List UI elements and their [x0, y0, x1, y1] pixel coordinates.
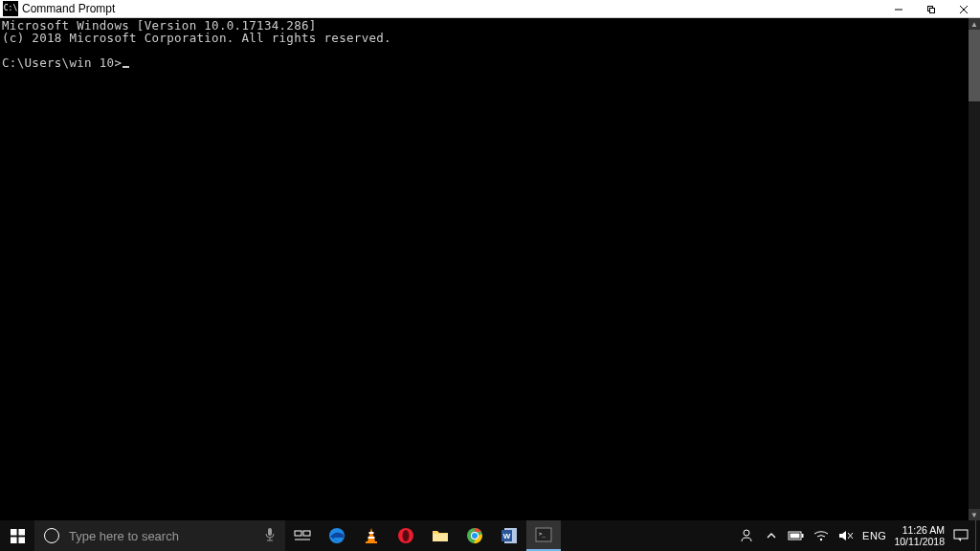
cmd-icon: C:\ [3, 1, 18, 16]
terminal-output[interactable]: Microsoft Windows [Version 10.0.17134.28… [0, 18, 969, 520]
language-indicator[interactable]: ENG [862, 530, 886, 541]
svg-rect-19 [366, 541, 377, 543]
terminal-container: Microsoft Windows [Version 10.0.17134.28… [0, 18, 980, 520]
taskbar-app-word[interactable]: W [492, 520, 526, 551]
battery-icon[interactable] [788, 531, 805, 540]
svg-rect-7 [11, 537, 17, 543]
edge-icon [327, 526, 346, 545]
svg-rect-9 [268, 528, 272, 536]
svg-rect-13 [303, 531, 310, 536]
action-center-icon[interactable] [952, 529, 969, 542]
chrome-icon [465, 526, 484, 545]
svg-rect-34 [791, 534, 800, 539]
svg-point-21 [403, 530, 410, 541]
scroll-up-arrow-icon[interactable]: ▲ [969, 18, 980, 30]
taskbar-app-opera[interactable] [389, 520, 423, 551]
taskbar-app-edge[interactable] [320, 520, 354, 551]
svg-marker-40 [958, 539, 961, 541]
clock-time: 11:26 AM [894, 524, 945, 536]
maximize-button[interactable] [915, 0, 947, 18]
show-desktop-button[interactable] [975, 520, 980, 551]
svg-rect-5 [11, 529, 17, 536]
svg-rect-12 [295, 531, 301, 536]
folder-icon [431, 526, 450, 545]
svg-rect-17 [369, 532, 374, 534]
taskbar-app-vlc[interactable] [354, 520, 389, 551]
tray-chevron-up-icon[interactable] [763, 531, 780, 540]
microphone-icon[interactable] [264, 527, 276, 545]
cmd-taskbar-icon: >_ [534, 525, 553, 544]
clock[interactable]: 11:26 AM 10/11/2018 [894, 524, 945, 547]
taskbar-app-cmd[interactable]: >_ [526, 520, 561, 551]
svg-rect-2 [930, 8, 935, 12]
vlc-icon [362, 526, 381, 545]
svg-marker-16 [368, 528, 375, 541]
window-titlebar: C:\ Command Prompt [0, 0, 980, 18]
terminal-cursor [122, 66, 129, 68]
close-button[interactable] [947, 0, 980, 18]
svg-rect-8 [18, 537, 25, 543]
svg-rect-22 [433, 534, 448, 541]
taskbar: Type here to search W >_ [0, 520, 980, 551]
svg-text:W: W [503, 532, 511, 540]
scroll-thumb[interactable] [969, 30, 980, 101]
minimize-button[interactable] [882, 0, 915, 18]
terminal-line: (c) 2018 Microsoft Corporation. All righ… [2, 31, 391, 45]
scroll-track[interactable] [969, 30, 980, 509]
clock-date: 10/11/2018 [894, 536, 945, 547]
wifi-icon[interactable] [813, 530, 830, 541]
svg-rect-33 [802, 534, 804, 538]
start-button[interactable] [0, 520, 34, 551]
svg-point-35 [820, 539, 822, 540]
task-view-icon [293, 526, 312, 545]
terminal-prompt: C:\Users\win 10> [2, 55, 122, 70]
scroll-down-arrow-icon[interactable]: ▼ [969, 509, 980, 520]
opera-icon [396, 526, 415, 545]
vertical-scrollbar[interactable]: ▲ ▼ [969, 18, 980, 520]
svg-point-25 [472, 533, 478, 539]
svg-rect-39 [954, 530, 968, 539]
svg-point-31 [744, 530, 749, 536]
window-controls [882, 0, 980, 18]
window-title: Command Prompt [22, 2, 115, 15]
search-input[interactable]: Type here to search [34, 520, 285, 551]
svg-text:>_: >_ [539, 530, 546, 538]
volume-mute-icon[interactable] [837, 530, 855, 541]
taskbar-spacer [561, 520, 732, 551]
windows-icon [11, 529, 25, 543]
taskbar-app-file-explorer[interactable] [423, 520, 457, 551]
svg-marker-36 [839, 531, 846, 540]
taskbar-app-chrome[interactable] [457, 520, 492, 551]
people-icon[interactable] [738, 528, 755, 543]
word-icon: W [500, 526, 519, 545]
task-view-button[interactable] [285, 520, 320, 551]
svg-rect-18 [368, 537, 375, 539]
cortana-icon [44, 528, 59, 543]
search-placeholder: Type here to search [69, 529, 255, 543]
svg-rect-6 [18, 529, 25, 536]
system-tray: ENG 11:26 AM 10/11/2018 [732, 520, 975, 551]
